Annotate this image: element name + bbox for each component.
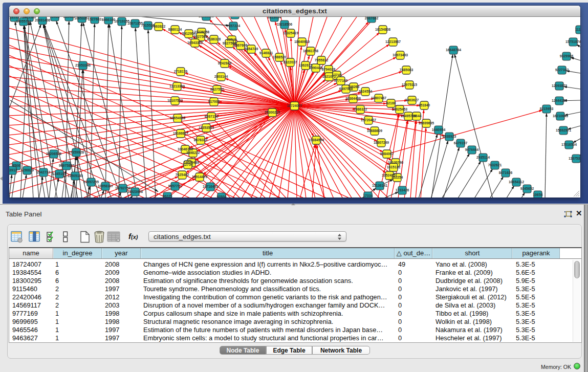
svg-text:18640910: 18640910 [294, 40, 310, 43]
svg-text:216463: 216463 [63, 17, 75, 18]
svg-text:16914479: 16914479 [192, 175, 207, 179]
svg-text:9327508: 9327508 [194, 35, 208, 38]
svg-text:7357224: 7357224 [227, 24, 241, 28]
svg-text:7663822: 7663822 [152, 25, 166, 28]
svg-text:1527602: 1527602 [88, 17, 102, 21]
svg-text:12975115: 12975115 [402, 83, 417, 86]
svg-text:12213369: 12213369 [169, 84, 185, 88]
svg-text:23226058: 23226058 [194, 30, 209, 34]
svg-text:15692971: 15692971 [556, 128, 571, 132]
svg-text:10046756: 10046756 [178, 147, 193, 151]
svg-text:90975887: 90975887 [59, 164, 74, 167]
svg-text:3624554: 3624554 [359, 90, 373, 93]
svg-text:17016504: 17016504 [561, 143, 577, 146]
svg-text:12444157: 12444157 [552, 99, 567, 102]
svg-text:10107552: 10107552 [167, 99, 183, 102]
svg-text:19716485: 19716485 [203, 185, 218, 188]
svg-text:11123: 11123 [575, 28, 580, 31]
svg-text:8427552: 8427552 [210, 87, 224, 91]
svg-text:6479197: 6479197 [454, 141, 468, 145]
svg-text:18807249: 18807249 [374, 141, 389, 144]
svg-text:2935114: 2935114 [476, 156, 490, 159]
svg-text:10025453: 10025453 [392, 107, 407, 111]
svg-text:63913: 63913 [9, 168, 17, 172]
svg-text:8322037: 8322037 [284, 60, 297, 64]
svg-text:15720407: 15720407 [361, 118, 376, 122]
svg-text:16033809: 16033809 [199, 17, 214, 18]
svg-text:19654985: 19654985 [170, 116, 185, 120]
svg-text:10807487: 10807487 [371, 96, 386, 100]
svg-text:9657791: 9657791 [168, 184, 182, 188]
svg-text:8506: 8506 [12, 164, 20, 167]
svg-text:92804: 92804 [217, 195, 227, 198]
svg-text:11325419: 11325419 [283, 31, 298, 35]
svg-text:917006: 917006 [208, 100, 220, 103]
svg-text:12213967: 12213967 [385, 40, 401, 43]
svg-text:17745: 17745 [332, 73, 342, 77]
svg-text:21053346: 21053346 [75, 63, 91, 67]
svg-text:16782759: 16782759 [115, 186, 130, 190]
svg-text:12505185: 12505185 [68, 174, 83, 178]
svg-text:15751074: 15751074 [565, 40, 580, 43]
svg-text:16120746: 16120746 [388, 161, 403, 164]
svg-text:1615132: 1615132 [387, 165, 401, 169]
svg-text:11923468: 11923468 [127, 190, 143, 193]
svg-text:8215953: 8215953 [540, 107, 554, 111]
svg-text:16648784: 16648784 [446, 48, 461, 52]
svg-text:8267150: 8267150 [205, 115, 219, 118]
svg-text:16210643: 16210643 [553, 114, 568, 118]
svg-text:6466160: 6466160 [102, 18, 116, 21]
svg-text:96225: 96225 [163, 194, 172, 198]
svg-text:9242848: 9242848 [218, 61, 232, 65]
svg-text:10671355: 10671355 [127, 21, 143, 25]
svg-text:19384554: 19384554 [309, 138, 324, 142]
svg-text:20691406: 20691406 [35, 18, 50, 22]
svg-text:7485063: 7485063 [400, 68, 413, 72]
svg-text:16154808: 16154808 [375, 28, 390, 31]
svg-text:1345194: 1345194 [53, 172, 67, 176]
svg-text:7955812: 7955812 [315, 58, 329, 62]
svg-text:8990448: 8990448 [309, 66, 323, 70]
svg-text:20546: 20546 [227, 38, 237, 41]
svg-text:7986322: 7986322 [354, 107, 367, 111]
svg-text:2942737: 2942737 [37, 170, 51, 174]
svg-text:9245652: 9245652 [520, 187, 534, 190]
svg-text:8678332: 8678332 [194, 138, 208, 142]
svg-text:9146821: 9146821 [259, 51, 273, 55]
svg-text:2087682: 2087682 [365, 17, 379, 20]
svg-text:8938923: 8938923 [443, 135, 456, 138]
svg-text:12754: 12754 [183, 163, 193, 166]
svg-text:8860124: 8860124 [168, 28, 182, 31]
svg-text:10688609: 10688609 [367, 129, 382, 133]
svg-text:20364436: 20364436 [345, 97, 361, 100]
svg-text:96468: 96468 [50, 17, 60, 18]
svg-text:14055712: 14055712 [16, 19, 31, 23]
svg-text:7632621: 7632621 [488, 163, 502, 167]
svg-text:9463627: 9463627 [405, 98, 419, 102]
svg-text:17359928: 17359928 [69, 150, 84, 154]
svg-text:10958107: 10958107 [98, 184, 113, 188]
svg-text:10654112: 10654112 [509, 180, 524, 184]
svg-text:16543362: 16543362 [187, 41, 203, 45]
svg-text:252254: 252254 [391, 176, 403, 179]
svg-text:2867608: 2867608 [234, 43, 248, 47]
svg-text:10699695: 10699695 [419, 121, 434, 125]
svg-text:8813054: 8813054 [268, 17, 281, 19]
svg-text:1733426: 1733426 [396, 188, 409, 192]
svg-text:10973493: 10973493 [393, 53, 408, 57]
svg-text:12093873: 12093873 [552, 84, 567, 87]
svg-text:7625402: 7625402 [176, 173, 189, 177]
svg-text:18724007: 18724007 [287, 104, 302, 107]
svg-text:6794028: 6794028 [322, 68, 336, 71]
svg-text:16961758: 16961758 [303, 49, 318, 53]
svg-text:62160: 62160 [386, 101, 396, 105]
svg-text:1156829: 1156829 [20, 168, 34, 172]
svg-text:15136141: 15136141 [372, 184, 387, 187]
svg-text:8186328: 8186328 [207, 37, 221, 41]
svg-text:1640954: 1640954 [432, 128, 446, 132]
svg-text:9474444: 9474444 [465, 148, 479, 151]
svg-text:1588520: 1588520 [273, 55, 287, 59]
svg-text:3498222: 3498222 [186, 151, 200, 155]
svg-text:19644: 19644 [412, 114, 422, 118]
svg-text:2803144: 2803144 [214, 75, 228, 78]
